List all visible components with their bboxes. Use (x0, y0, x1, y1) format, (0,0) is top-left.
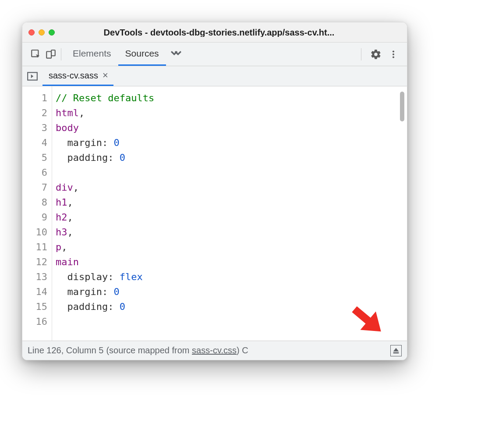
close-tab-icon[interactable]: × (103, 70, 108, 81)
toolbar-divider (61, 48, 61, 60)
line-number: 5 (22, 150, 47, 165)
line-number: 2 (22, 106, 47, 121)
line-number: 12 (22, 255, 47, 270)
code-line[interactable]: h2, (56, 210, 407, 225)
code-line[interactable]: padding: 0 (56, 299, 407, 314)
tab-elements[interactable]: Elements (66, 43, 118, 66)
code-line[interactable]: display: flex (56, 270, 407, 284)
toolbar-divider (361, 48, 361, 60)
svg-point-4 (393, 53, 394, 55)
window-title: DevTools - devtools-dbg-stories.netlify.… (64, 28, 401, 37)
file-tab-label: sass-cv.sass (49, 71, 98, 81)
code-line[interactable]: main (56, 255, 407, 270)
code-line[interactable]: body (56, 121, 407, 135)
code-line[interactable]: margin: 0 (56, 135, 407, 150)
device-toolbar-icon[interactable] (43, 47, 58, 62)
code-line[interactable]: p, (56, 240, 407, 255)
cursor-position: Line 126, Column 5 (28, 345, 103, 356)
devtools-toolbar: Elements Sources (22, 43, 407, 66)
svg-point-5 (393, 56, 394, 58)
inspect-element-icon[interactable] (28, 47, 43, 62)
code-line[interactable] (56, 314, 407, 329)
code-content[interactable]: // Reset defaultshtml,body margin: 0 pad… (52, 86, 407, 341)
code-line[interactable]: padding: 0 (56, 150, 407, 165)
source-map-info: (source mapped from sass-cv.css) C (106, 345, 248, 356)
line-number: 10 (22, 225, 47, 240)
line-number: 13 (22, 270, 47, 284)
line-number: 11 (22, 240, 47, 255)
line-number: 6 (22, 165, 47, 180)
zoom-window-button[interactable] (49, 29, 55, 36)
minimize-window-button[interactable] (39, 29, 45, 36)
code-line[interactable]: // Reset defaults (56, 91, 407, 106)
status-bar: Line 126, Column 5 (source mapped from s… (22, 341, 407, 360)
line-number: 15 (22, 299, 47, 314)
line-number: 8 (22, 195, 47, 210)
line-number: 4 (22, 135, 47, 150)
code-line[interactable]: div, (56, 180, 407, 195)
scrollbar-thumb[interactable] (400, 92, 404, 121)
line-number: 1 (22, 91, 47, 106)
line-number: 3 (22, 121, 47, 135)
line-number: 7 (22, 180, 47, 195)
titlebar: DevTools - devtools-dbg-stories.netlify.… (22, 22, 407, 43)
code-line[interactable]: h1, (56, 195, 407, 210)
window-controls (28, 29, 55, 36)
navigator-toggle-icon[interactable] (22, 66, 42, 86)
kebab-menu-icon[interactable] (386, 47, 401, 62)
code-line[interactable] (56, 165, 407, 180)
line-number: 14 (22, 284, 47, 299)
panel-tabs: Elements Sources (66, 43, 358, 66)
line-gutter: 12345678910111213141516 (22, 86, 52, 341)
svg-rect-1 (46, 51, 51, 58)
code-editor[interactable]: 12345678910111213141516 // Reset default… (22, 86, 407, 341)
source-map-link[interactable]: sass-cv.css (192, 345, 237, 355)
code-line[interactable]: margin: 0 (56, 284, 407, 299)
show-drawer-icon[interactable] (390, 345, 402, 356)
more-tabs-chevron-icon[interactable] (166, 43, 186, 66)
svg-rect-7 (393, 352, 399, 353)
line-number: 16 (22, 314, 47, 329)
settings-gear-icon[interactable] (368, 47, 383, 62)
file-tab-active[interactable]: sass-cv.sass × (42, 66, 113, 86)
code-line[interactable]: html, (56, 106, 407, 121)
code-line[interactable]: h3, (56, 225, 407, 240)
svg-rect-2 (51, 50, 55, 56)
tab-sources[interactable]: Sources (118, 43, 166, 66)
svg-point-3 (393, 50, 394, 52)
devtools-window: DevTools - devtools-dbg-stories.netlify.… (22, 22, 407, 360)
line-number: 9 (22, 210, 47, 225)
close-window-button[interactable] (28, 29, 35, 36)
file-tab-bar: sass-cv.sass × (22, 66, 407, 86)
